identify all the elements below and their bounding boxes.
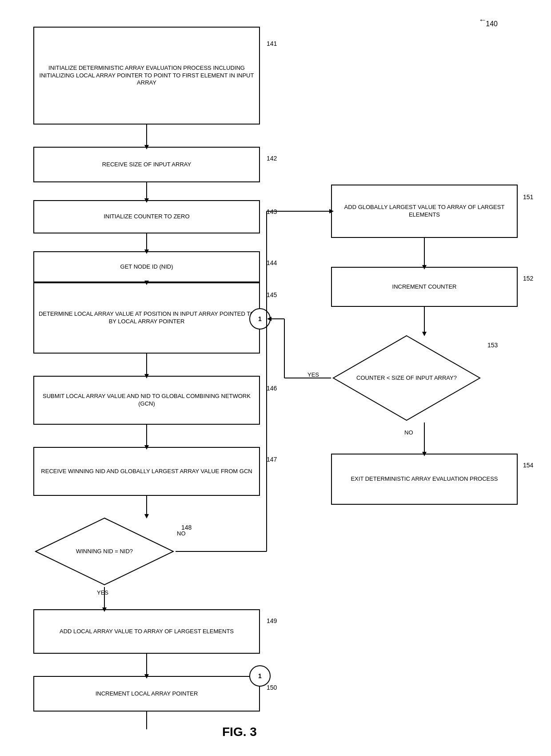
diamond-148: WINNING NID = NID?	[33, 516, 176, 587]
yes-label-148: YES	[97, 589, 108, 596]
box-147: RECEIVE WINNING NID AND GLOBALLY LARGEST…	[33, 447, 260, 496]
no-label-148: NO	[177, 530, 186, 537]
label-153: 153	[487, 342, 498, 349]
box-146: SUBMIT LOCAL ARRAY VALUE AND NID TO GLOB…	[33, 376, 260, 425]
label-154: 154	[523, 462, 533, 469]
connector-circle-1a: 1	[249, 308, 271, 330]
label-144: 144	[267, 259, 277, 266]
box-141: INITIALIZE DETERMINISTIC ARRAY EVALUATIO…	[33, 27, 260, 125]
box-143: INITIALIZE COUNTER TO ZERO	[33, 200, 260, 233]
box-144: GET NODE ID (NID)	[33, 251, 260, 282]
box-145: DETERMINE LOCAL ARRAY VALUE AT POSITION …	[33, 282, 260, 354]
diamond-153: COUNTER < SIZE OF INPUT ARRAY?	[331, 334, 482, 422]
box-150: INCREMENT LOCAL ARRAY POINTER	[33, 676, 260, 712]
figure-title: FIG. 3	[222, 725, 257, 739]
box-151: ADD GLOBALLY LARGEST VALUE TO ARRAY OF L…	[331, 185, 518, 238]
flowchart-diagram: 140 ← INITIALIZE DETERMINISTIC ARRAY EVA…	[0, 0, 551, 756]
label-143: 143	[267, 208, 277, 215]
label-147: 147	[267, 456, 277, 463]
box-142: RECEIVE SIZE OF INPUT ARRAY	[33, 147, 260, 182]
ref-number-140: 140	[486, 20, 498, 28]
yes-label-153: YES	[307, 371, 319, 378]
box-149: ADD LOCAL ARRAY VALUE TO ARRAY OF LARGES…	[33, 609, 260, 654]
label-151: 151	[523, 193, 533, 201]
label-141: 141	[267, 40, 277, 47]
label-145: 145	[267, 291, 277, 298]
no-label-153: NO	[404, 429, 413, 436]
label-142: 142	[267, 155, 277, 162]
label-152: 152	[523, 275, 533, 282]
label-149: 149	[267, 617, 277, 624]
arrow-140: ←	[479, 16, 487, 25]
connector-circle-1b: 1	[249, 665, 271, 687]
label-150: 150	[267, 684, 277, 691]
box-154: EXIT DETERMINISTIC ARRAY EVALUATION PROC…	[331, 454, 518, 505]
label-146: 146	[267, 385, 277, 392]
box-152: INCREMENT COUNTER	[331, 267, 518, 307]
